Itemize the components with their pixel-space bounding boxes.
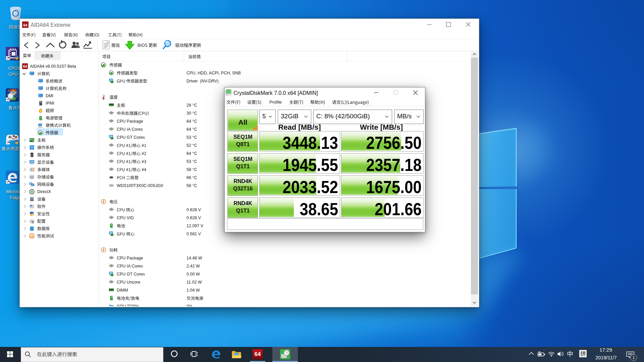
svg-text:64: 64 [23, 64, 27, 68]
svg-text:64: 64 [23, 23, 28, 27]
